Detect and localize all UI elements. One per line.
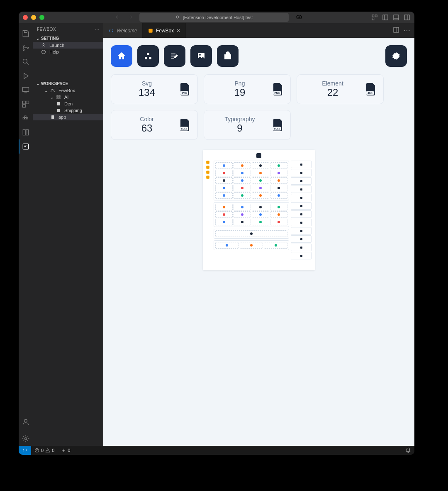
setting-item-help[interactable]: Help bbox=[33, 49, 103, 55]
ports[interactable]: 0 bbox=[58, 448, 73, 453]
svg-point-25 bbox=[24, 419, 27, 422]
svg-point-0 bbox=[176, 16, 179, 18]
svg-rect-5 bbox=[372, 18, 374, 20]
explorer-icon[interactable] bbox=[19, 27, 33, 41]
account-icon[interactable] bbox=[19, 415, 33, 429]
svg-rect-19 bbox=[23, 105, 26, 107]
svg-rect-23 bbox=[25, 116, 26, 117]
svg-text:PNG: PNG bbox=[274, 92, 280, 94]
notifications-icon[interactable] bbox=[402, 447, 414, 453]
svg-text:SCSS: SCSS bbox=[181, 127, 187, 130]
svg-text:JSX: JSX bbox=[368, 92, 372, 94]
fewbox-content: Svg 134 SVG Png 19 PNG E bbox=[103, 38, 414, 446]
fewbox-icon[interactable] bbox=[19, 139, 33, 154]
svg-rect-22 bbox=[27, 117, 28, 119]
layout-customise-icon[interactable] bbox=[371, 14, 378, 21]
rocket-icon bbox=[41, 43, 47, 48]
svg-point-26 bbox=[25, 438, 27, 440]
svg-rect-10 bbox=[404, 15, 409, 20]
svg-rect-30 bbox=[57, 95, 58, 97]
book-icon[interactable] bbox=[19, 125, 33, 139]
edit-tile[interactable] bbox=[164, 45, 185, 67]
svg-rect-4 bbox=[375, 15, 377, 17]
svg-point-12 bbox=[23, 45, 24, 46]
workspace-file-app[interactable]: app bbox=[33, 114, 103, 120]
panel-more-icon[interactable]: ⋯ bbox=[95, 27, 99, 32]
workspace-folder-ai[interactable]: ⌄ AI bbox=[33, 94, 103, 100]
svg-rect-3 bbox=[372, 15, 374, 17]
shapes-tile[interactable] bbox=[137, 45, 159, 67]
tab-welcome[interactable]: Welcome bbox=[103, 23, 143, 38]
svg-text:SCSS: SCSS bbox=[274, 127, 280, 130]
image-tile[interactable] bbox=[190, 45, 212, 67]
svg-rect-32 bbox=[57, 98, 58, 99]
svg-rect-31 bbox=[59, 95, 60, 97]
close-tab-icon[interactable]: ✕ bbox=[176, 28, 180, 34]
tab-bar: Welcome FewBox ✕ ⋯ bbox=[103, 23, 414, 38]
command-center-search[interactable]: [Extension Development Host] test bbox=[139, 13, 289, 22]
svg-rect-6 bbox=[383, 15, 388, 20]
stat-card-svg[interactable]: Svg 134 SVG bbox=[111, 74, 198, 104]
docker-icon[interactable] bbox=[19, 111, 33, 125]
workspace-file-shipping[interactable]: Shipping bbox=[33, 107, 103, 114]
panel-title: FEWBOX bbox=[37, 27, 56, 32]
settings-tile[interactable] bbox=[385, 45, 407, 67]
bag-tile[interactable] bbox=[217, 45, 239, 67]
errors-warnings[interactable]: 0 0 bbox=[31, 448, 58, 453]
settings-gear-icon[interactable] bbox=[19, 432, 33, 446]
remote-explorer-icon[interactable] bbox=[19, 83, 33, 97]
workspace-section-header[interactable]: ⌄WORKSPACE bbox=[33, 80, 103, 87]
stat-card-color[interactable]: Color 63 SCSS bbox=[111, 110, 198, 140]
maximize-window-button[interactable] bbox=[39, 15, 44, 20]
workspace-file-den[interactable]: Den bbox=[33, 100, 103, 107]
setting-section-header[interactable]: ⌄SETTING bbox=[33, 35, 103, 42]
stat-card-png[interactable]: Png 19 PNG bbox=[204, 74, 291, 104]
svg-point-42 bbox=[149, 57, 151, 59]
svg-rect-35 bbox=[57, 109, 60, 112]
window-controls bbox=[23, 15, 44, 20]
setting-item-launch[interactable]: Launch bbox=[33, 42, 103, 49]
svg-rect-20 bbox=[23, 117, 24, 119]
split-editor-icon[interactable] bbox=[393, 27, 399, 35]
toggle-secondary-sidebar-icon[interactable] bbox=[404, 14, 410, 21]
file-icon bbox=[56, 108, 62, 113]
stat-card-grid: Svg 134 SVG Png 19 PNG E bbox=[111, 74, 407, 140]
svg-rect-21 bbox=[25, 117, 26, 119]
svg-point-15 bbox=[23, 59, 27, 63]
home-tile[interactable] bbox=[111, 45, 132, 67]
svg-point-13 bbox=[23, 49, 24, 50]
preview-thumbnail bbox=[203, 150, 315, 270]
source-control-icon[interactable] bbox=[19, 41, 33, 55]
nav-forward-button[interactable] bbox=[126, 13, 135, 22]
close-window-button[interactable] bbox=[23, 15, 28, 20]
stat-card-element[interactable]: Element 22 JSX bbox=[297, 74, 384, 104]
run-debug-icon[interactable] bbox=[19, 69, 33, 83]
stat-card-typography[interactable]: Typography 9 SCSS bbox=[204, 110, 291, 140]
people-icon bbox=[50, 88, 56, 93]
workspace-root[interactable]: ⌄ FewBox bbox=[33, 87, 103, 94]
svg-rect-18 bbox=[26, 101, 29, 104]
svg-rect-17 bbox=[23, 101, 26, 104]
toggle-panel-icon[interactable] bbox=[393, 14, 399, 21]
activity-bar bbox=[19, 23, 33, 446]
search-icon[interactable] bbox=[19, 55, 33, 69]
titlebar: [Extension Development Host] test bbox=[19, 12, 414, 23]
copilot-icon[interactable] bbox=[295, 14, 303, 21]
tab-more-icon[interactable]: ⋯ bbox=[404, 27, 410, 34]
extensions-icon[interactable] bbox=[19, 97, 33, 111]
svg-rect-33 bbox=[59, 98, 60, 99]
svg-point-44 bbox=[199, 54, 201, 56]
svg-rect-16 bbox=[23, 87, 29, 91]
svg-point-41 bbox=[145, 57, 147, 59]
minimize-window-button[interactable] bbox=[31, 15, 36, 20]
svg-point-28 bbox=[51, 89, 53, 90]
file-icon bbox=[50, 115, 56, 120]
toolbar-row bbox=[111, 45, 407, 67]
toggle-primary-sidebar-icon[interactable] bbox=[382, 14, 389, 21]
nav-back-button[interactable] bbox=[113, 13, 122, 22]
file-icon bbox=[56, 101, 62, 106]
tab-fewbox[interactable]: FewBox ✕ bbox=[143, 23, 186, 38]
svg-rect-34 bbox=[57, 102, 60, 105]
side-panel: FEWBOX ⋯ ⌄SETTING Launch Help ⌄WORKSPACE… bbox=[33, 23, 103, 446]
remote-button[interactable] bbox=[19, 446, 31, 455]
